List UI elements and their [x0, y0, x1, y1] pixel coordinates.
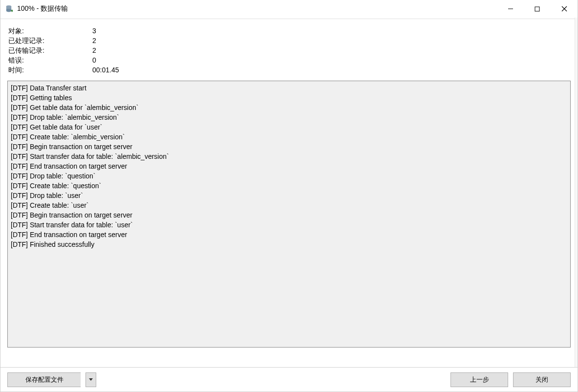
- stat-value: 00:01.45: [92, 65, 119, 75]
- data-transfer-dialog: 100% - 数据传输 对象: 3 已处理记录: 2 已传输记录: 2: [0, 0, 578, 392]
- close-window-button[interactable]: [551, 0, 578, 18]
- footer-bar: 保存配置文件 上一步 关闭: [0, 367, 578, 392]
- stat-value: 2: [92, 36, 96, 45]
- log-container: [DTF] Data Transfer start [DTF] Getting …: [7, 81, 571, 348]
- stat-row-errors: 错误: 0: [8, 55, 570, 65]
- stat-label: 时间:: [8, 65, 92, 75]
- stat-row-objects: 对象: 3: [8, 26, 570, 36]
- stats-panel: 对象: 3 已处理记录: 2 已传输记录: 2 错误: 0 时间: 00:01.…: [0, 19, 578, 78]
- stat-label: 对象:: [8, 26, 92, 36]
- stat-label: 已传输记录:: [8, 45, 92, 55]
- previous-button[interactable]: 上一步: [450, 372, 508, 387]
- log-textarea[interactable]: [DTF] Data Transfer start [DTF] Getting …: [7, 81, 571, 348]
- maximize-button[interactable]: [524, 0, 551, 18]
- minimize-button[interactable]: [497, 0, 524, 18]
- stat-label: 已处理记录:: [8, 36, 92, 45]
- close-button[interactable]: 关闭: [513, 372, 571, 387]
- titlebar[interactable]: 100% - 数据传输: [0, 0, 578, 18]
- stat-value: 0: [92, 55, 96, 65]
- window-title: 100% - 数据传输: [17, 4, 68, 13]
- stat-row-time: 时间: 00:01.45: [8, 65, 570, 75]
- stat-row-processed: 已处理记录: 2: [8, 36, 570, 45]
- stat-label: 错误:: [8, 55, 92, 65]
- chevron-down-icon: [89, 378, 93, 381]
- database-icon: [4, 4, 13, 13]
- save-profile-button[interactable]: 保存配置文件: [7, 372, 81, 387]
- svg-rect-2: [535, 7, 539, 11]
- stat-row-transferred: 已传输记录: 2: [8, 45, 570, 55]
- window-controls: [497, 0, 578, 18]
- stat-value: 3: [92, 26, 96, 36]
- stat-value: 2: [92, 45, 96, 55]
- save-profile-dropdown-button[interactable]: [86, 372, 96, 387]
- save-profile-split-button: 保存配置文件: [7, 372, 96, 387]
